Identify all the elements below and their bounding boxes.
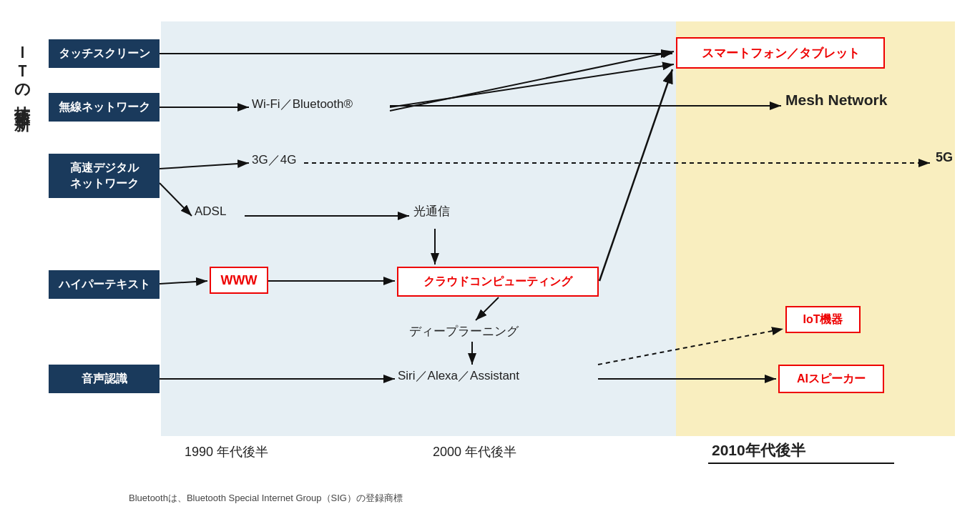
text-siri: Siri／Alexa／Assistant xyxy=(398,367,519,384)
era-label-2000: 2000 年代後半 xyxy=(433,443,516,460)
text-5g: 5G xyxy=(936,150,953,165)
highlight-box-iot: IoT機器 xyxy=(785,306,861,333)
source-box-touchscreen: タッチスクリーン xyxy=(49,39,160,68)
era-label-1990: 1990 年代後半 xyxy=(185,443,268,460)
source-box-voice: 音声認識 xyxy=(49,365,160,393)
vertical-label: ＩＴの技術革新 xyxy=(13,36,31,105)
text-adsl: ADSL xyxy=(195,204,226,219)
era-bg-1990 xyxy=(161,21,397,436)
highlight-box-cloud: クラウドコンピューティング xyxy=(397,267,599,297)
text-deeplearning: ディープラーニング xyxy=(409,323,519,340)
highlight-box-smartphone: スマートフォン／タブレット xyxy=(676,37,885,69)
source-box-highspeed: 高速デジタルネットワーク xyxy=(49,154,160,198)
text-fiber: 光通信 xyxy=(413,203,450,219)
diagram-container: ＩＴの技術革新 タッチスクリーン 無線ネットワーク 高速デジタルネットワーク ハ… xyxy=(0,0,980,519)
source-box-wireless: 無線ネットワーク xyxy=(49,93,160,122)
text-wifi: Wi-Fi／Bluetooth® xyxy=(252,96,353,112)
text-3g4g: 3G／4G xyxy=(252,152,296,168)
source-box-hypertext: ハイパーテキスト xyxy=(49,270,160,299)
footer-note: Bluetoothは、Bluetooth Special Internet Gr… xyxy=(129,492,403,505)
text-mesh-network: Mesh Network xyxy=(785,92,887,109)
highlight-box-ai-speaker: AIスピーカー xyxy=(778,365,884,393)
era-label-2010: 2010年代後半 xyxy=(712,440,805,460)
highlight-box-www: WWW xyxy=(210,267,268,294)
